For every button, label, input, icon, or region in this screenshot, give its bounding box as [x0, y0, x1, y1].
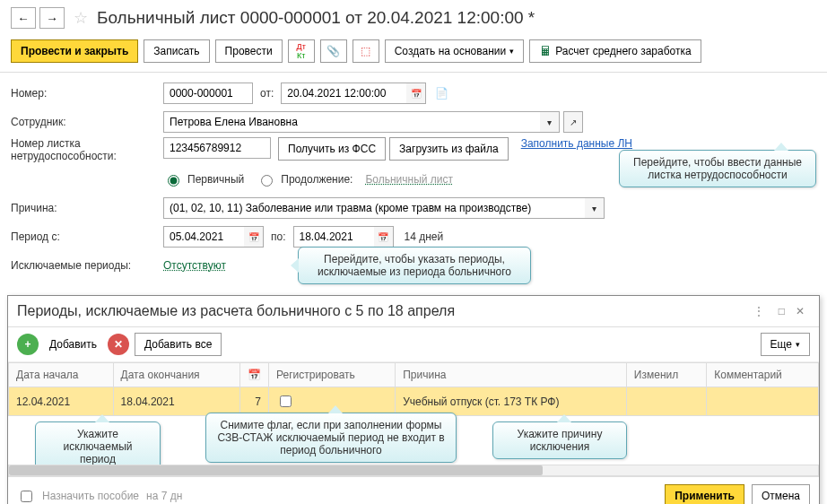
post-button[interactable]: Провести	[215, 39, 283, 63]
period-to-label: по:	[271, 230, 286, 243]
callout-period-text: Укажите исключаемый период	[63, 428, 132, 465]
add-all-button[interactable]: Добавить все	[135, 333, 222, 356]
structure-button[interactable]: ⬚	[353, 39, 379, 63]
callout-fill-ln-text: Перейдите, чтобы ввести данные листка не…	[633, 156, 802, 181]
more-label: Еще	[770, 338, 792, 351]
attach-button[interactable]: 📎	[320, 39, 347, 63]
col-start[interactable]: Дата начала	[9, 363, 114, 387]
callout-reason: Укажите причину исключения	[492, 421, 627, 459]
periods-table: Дата начала Дата окончания 📅 Регистриров…	[8, 362, 819, 416]
post-and-close-button[interactable]: Провести и закрыть	[11, 39, 138, 63]
dropdown-icon[interactable]: ▾	[585, 197, 605, 219]
from-label: от:	[260, 87, 274, 100]
register-checkbox[interactable]	[280, 395, 292, 407]
primary-radio[interactable]	[168, 175, 179, 187]
reason-select[interactable]	[163, 197, 585, 219]
col-end[interactable]: Дата окончания	[113, 363, 239, 387]
callout-flag-text: Снимите флаг, если при заполнении формы …	[217, 419, 444, 456]
continuation-link[interactable]: Больничный лист	[365, 173, 453, 186]
days-text: 14 дней	[405, 230, 444, 243]
reason-label: Причина:	[11, 202, 163, 214]
callout-excluded: Перейдите, чтобы указать периоды, исключ…	[298, 247, 531, 284]
assign-benefit-checkbox[interactable]	[21, 491, 32, 502]
arrow-left-icon: ←	[17, 12, 29, 25]
cell-days[interactable]: 7	[240, 387, 269, 416]
scrollbar-thumb[interactable]	[9, 465, 543, 475]
cancel-button[interactable]: Отмена	[752, 484, 810, 504]
callout-excluded-text: Перейдите, чтобы указать периоды, исключ…	[318, 253, 511, 278]
callout-reason-text: Укажите причину исключения	[518, 428, 603, 453]
close-icon[interactable]: ✕	[796, 305, 805, 317]
excluded-periods-window: Периоды, исключаемые из расчета больничн…	[7, 295, 820, 504]
get-from-fss-button[interactable]: Получить из ФСС	[278, 137, 386, 161]
load-from-file-button[interactable]: Загрузить из файла	[389, 137, 509, 161]
create-based-on-label: Создать на основании	[395, 45, 507, 57]
continuation-radio[interactable]	[261, 175, 273, 187]
sheet-number-input[interactable]	[163, 137, 271, 159]
assign-benefit-days: на 7 дн	[146, 490, 182, 502]
open-ref-icon[interactable]: ↗	[563, 111, 583, 133]
delete-button[interactable]: ✕	[108, 334, 129, 355]
doc-status-icon[interactable]: 📄	[435, 87, 448, 100]
forward-button[interactable]: →	[39, 7, 65, 29]
sheet-number-label: Номер листка нетрудоспособности:	[11, 137, 163, 162]
assign-benefit-label: Назначить пособие	[42, 490, 139, 502]
paperclip-icon: 📎	[326, 45, 340, 57]
col-calendar[interactable]: 📅	[240, 363, 269, 387]
subwindow-title: Периоды, исключаемые из расчета больничн…	[17, 303, 744, 319]
cell-reason[interactable]: Учебный отпуск (ст. 173 ТК РФ)	[396, 387, 627, 416]
add-button[interactable]: Добавить	[44, 333, 102, 356]
maximize-icon[interactable]: □	[779, 305, 785, 317]
add-icon: +	[17, 334, 39, 355]
excluded-label: Исключаемые периоды:	[11, 259, 163, 272]
save-button[interactable]: Записать	[144, 39, 209, 63]
cell-comment[interactable]	[707, 387, 819, 416]
chevron-down-icon: ▾	[796, 340, 800, 349]
structure-icon: ⬚	[361, 45, 370, 57]
continuation-label: Продолжение:	[281, 173, 353, 186]
menu-icon[interactable]: ⋮	[753, 305, 764, 317]
dt-kt-button[interactable]: ДтКт	[288, 39, 315, 63]
calc-average-button[interactable]: 🖩 Расчет среднего заработка	[529, 39, 701, 63]
star-icon[interactable]: ☆	[74, 8, 88, 28]
employee-label: Сотрудник:	[11, 116, 163, 128]
calendar-icon[interactable]: 📅	[374, 226, 394, 248]
table-row[interactable]: 12.04.2021 18.04.2021 7 Учебный отпуск (…	[9, 387, 819, 416]
create-based-on-button[interactable]: Создать на основании ▾	[385, 39, 525, 63]
chevron-down-icon: ▾	[509, 47, 514, 56]
period-from-label: Период с:	[11, 230, 163, 243]
col-register[interactable]: Регистрировать	[269, 363, 396, 387]
col-comment[interactable]: Комментарий	[707, 363, 819, 387]
calendar-icon: 📅	[248, 369, 261, 381]
page-title: Больничный лист 0000-000001 от 20.04.202…	[97, 8, 535, 28]
back-button[interactable]: ←	[11, 7, 36, 29]
apply-button[interactable]: Применить	[665, 484, 744, 504]
cell-changed[interactable]	[626, 387, 706, 416]
period-from-input[interactable]	[163, 226, 244, 248]
more-button[interactable]: Еще ▾	[761, 333, 810, 356]
calendar-icon[interactable]: 📅	[244, 226, 264, 248]
cell-end[interactable]: 18.04.2021	[113, 387, 239, 416]
primary-label: Первичный	[187, 173, 244, 186]
calculator-icon: 🖩	[539, 44, 552, 58]
callout-fill-ln: Перейдите, чтобы ввести данные листка не…	[619, 150, 816, 187]
period-to-input[interactable]	[293, 226, 374, 248]
cell-start[interactable]: 12.04.2021	[9, 387, 114, 416]
date-input[interactable]	[281, 83, 406, 104]
number-label: Номер:	[11, 87, 163, 100]
calendar-icon[interactable]: 📅	[406, 83, 426, 104]
callout-flag: Снимите флаг, если при заполнении формы …	[205, 413, 457, 463]
fill-ln-link[interactable]: Заполнить данные ЛН	[521, 137, 632, 150]
col-changed[interactable]: Изменил	[626, 363, 706, 387]
number-input[interactable]	[163, 83, 253, 104]
arrow-right-icon: →	[46, 12, 57, 25]
dropdown-icon[interactable]: ▾	[540, 111, 560, 133]
excluded-periods-link[interactable]: Отсутствуют	[163, 259, 226, 272]
employee-input[interactable]	[163, 111, 540, 133]
calc-average-label: Расчет среднего заработка	[555, 45, 692, 57]
horizontal-scrollbar[interactable]	[8, 465, 819, 476]
col-reason[interactable]: Причина	[396, 363, 627, 387]
dt-kt-icon: ДтКт	[297, 42, 306, 60]
